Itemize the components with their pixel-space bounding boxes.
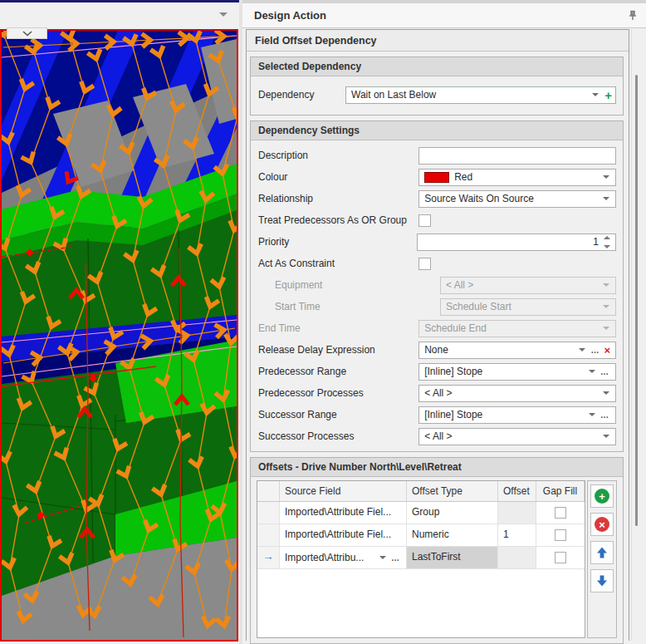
equipment-label: Equipment bbox=[258, 279, 417, 291]
move-up-button[interactable] bbox=[590, 541, 614, 564]
predecessor-processes-combobox[interactable]: < All > bbox=[418, 385, 616, 402]
dependency-value: Wait on Last Below bbox=[351, 89, 590, 101]
table-row[interactable]: Imported\Attribute Fiel... Numeric 1 bbox=[257, 524, 585, 547]
colour-label: Colour bbox=[258, 171, 418, 183]
relationship-value: Source Waits On Source bbox=[424, 193, 600, 204]
or-group-checkbox[interactable] bbox=[418, 214, 431, 227]
predecessor-range-combobox[interactable]: [Inline] Stope … bbox=[418, 363, 616, 381]
panel-header: Design Action bbox=[242, 3, 646, 28]
relationship-combobox[interactable]: Source Waits On Source bbox=[418, 190, 616, 208]
viewport-toolbar bbox=[0, 2, 239, 28]
ellipsis-icon[interactable]: … bbox=[600, 367, 609, 376]
dependency-combobox[interactable]: Wait on Last Below + bbox=[345, 86, 616, 104]
source-field-editor[interactable]: Imported\Attribu... … bbox=[280, 547, 407, 568]
offsets-table[interactable]: Source Field Offset Type Offset Gap Fill… bbox=[257, 480, 585, 638]
description-input[interactable] bbox=[418, 147, 616, 165]
end-time-combobox: Schedule End bbox=[418, 320, 616, 337]
offsets-header-row: Source Field Offset Type Offset Gap Fill bbox=[257, 481, 585, 502]
priority-input[interactable] bbox=[417, 234, 616, 251]
relationship-label: Relationship bbox=[258, 193, 418, 204]
chevron-down-icon[interactable] bbox=[379, 556, 386, 559]
offsets-group: Offsets - Drive Number North\Level\Retre… bbox=[250, 457, 624, 644]
successor-range-value: [Inline] Stope bbox=[424, 409, 586, 420]
x-circle-icon: × bbox=[595, 517, 609, 532]
chevron-down-icon[interactable] bbox=[603, 435, 609, 438]
chevron-down-icon[interactable] bbox=[603, 197, 609, 200]
row-indicator: → bbox=[257, 547, 280, 568]
successor-processes-value: < All > bbox=[424, 430, 600, 442]
design-action-content: Field Offset Dependency Selected Depende… bbox=[246, 29, 629, 641]
offsets-button-column: + × bbox=[587, 480, 617, 638]
toolbar-dropdown-icon[interactable] bbox=[219, 12, 228, 17]
chevron-down-icon[interactable] bbox=[603, 391, 609, 395]
left-pane bbox=[0, 0, 239, 644]
ellipsis-icon[interactable]: … bbox=[590, 346, 600, 355]
plus-icon[interactable]: + bbox=[604, 89, 612, 101]
successor-range-combobox[interactable]: [Inline] Stope … bbox=[418, 406, 616, 424]
chevron-down-icon[interactable] bbox=[589, 370, 595, 373]
successor-processes-label: Successor Processes bbox=[258, 430, 418, 442]
viewport-corner-dropdown[interactable] bbox=[7, 27, 47, 39]
colour-swatch bbox=[424, 172, 449, 183]
release-delay-label: Release Delay Expression bbox=[258, 344, 418, 356]
delete-row-button[interactable]: × bbox=[590, 513, 614, 536]
start-time-label: Start Time bbox=[258, 301, 417, 312]
panel-title: Design Action bbox=[254, 9, 628, 22]
end-time-label: End Time bbox=[258, 322, 418, 334]
colour-combobox[interactable]: Red bbox=[418, 169, 616, 186]
offsets-title: Offsets - Drive Number North\Level\Retre… bbox=[251, 458, 623, 477]
arrow-down-icon bbox=[595, 574, 609, 587]
successor-range-label: Successor Range bbox=[258, 409, 418, 420]
arrow-up-icon bbox=[595, 546, 609, 559]
chevron-down-icon bbox=[603, 283, 609, 287]
gap-fill-checkbox[interactable] bbox=[555, 507, 566, 519]
move-down-button[interactable] bbox=[590, 569, 614, 592]
selected-dependency-title: Selected Dependency bbox=[251, 57, 623, 76]
priority-spinner[interactable] bbox=[604, 236, 614, 248]
release-delay-value: None bbox=[424, 344, 576, 356]
chevron-down-icon[interactable] bbox=[592, 93, 599, 96]
scrollbar-thumb[interactable] bbox=[635, 75, 638, 526]
predecessor-processes-label: Predecessor Processes bbox=[258, 387, 418, 399]
col-offset-type: Offset Type bbox=[407, 481, 498, 501]
start-time-value: Schedule Start bbox=[446, 301, 600, 312]
dependency-settings-title: Dependency Settings bbox=[251, 121, 623, 140]
plus-circle-icon: + bbox=[595, 489, 609, 504]
chevron-down-icon[interactable] bbox=[589, 413, 595, 416]
3d-scene bbox=[2, 31, 237, 640]
selected-dependency-group: Selected Dependency Dependency Wait on L… bbox=[250, 57, 624, 116]
gap-fill-checkbox[interactable] bbox=[555, 529, 566, 541]
equipment-combobox: < All > bbox=[440, 277, 616, 294]
successor-processes-combobox[interactable]: < All > bbox=[418, 428, 616, 445]
add-row-button[interactable]: + bbox=[590, 484, 614, 508]
start-time-combobox: Schedule Start bbox=[440, 298, 616, 316]
predecessor-processes-value: < All > bbox=[424, 387, 600, 399]
table-row[interactable]: Imported\Attribute Fiel... Group bbox=[257, 502, 585, 524]
act-as-constraint-checkbox[interactable] bbox=[418, 258, 431, 270]
pin-icon[interactable] bbox=[628, 10, 638, 21]
chevron-down-icon bbox=[22, 31, 32, 37]
description-label: Description bbox=[258, 150, 418, 161]
col-offset: Offset bbox=[498, 481, 536, 501]
gap-fill-checkbox[interactable] bbox=[555, 552, 566, 563]
act-as-constraint-label: Act As Constraint bbox=[258, 258, 418, 269]
priority-label: Priority bbox=[258, 236, 417, 248]
chevron-down-icon bbox=[603, 327, 609, 330]
col-gap-fill: Gap Fill bbox=[536, 481, 585, 501]
release-delay-combobox[interactable]: None … × bbox=[418, 342, 616, 359]
3d-viewport[interactable] bbox=[0, 29, 238, 642]
page-title: Field Offset Dependency bbox=[247, 30, 629, 52]
ellipsis-icon[interactable]: … bbox=[391, 553, 400, 563]
predecessor-range-label: Predecessor Range bbox=[258, 366, 418, 377]
or-group-label: Treat Predecessors As OR Group bbox=[258, 214, 418, 226]
chevron-down-icon[interactable] bbox=[579, 348, 585, 351]
table-row-selected[interactable]: → Imported\Attribu... … LastToFirst bbox=[257, 547, 585, 569]
panel-scrollbar[interactable] bbox=[631, 29, 641, 641]
chevron-down-icon bbox=[603, 305, 609, 308]
x-icon[interactable]: × bbox=[604, 344, 610, 356]
dependency-label: Dependency bbox=[258, 89, 345, 101]
predecessor-range-value: [Inline] Stope bbox=[424, 366, 586, 377]
chevron-down-icon[interactable] bbox=[603, 175, 609, 179]
row-indicator-header bbox=[257, 481, 280, 501]
ellipsis-icon[interactable]: … bbox=[600, 410, 609, 420]
